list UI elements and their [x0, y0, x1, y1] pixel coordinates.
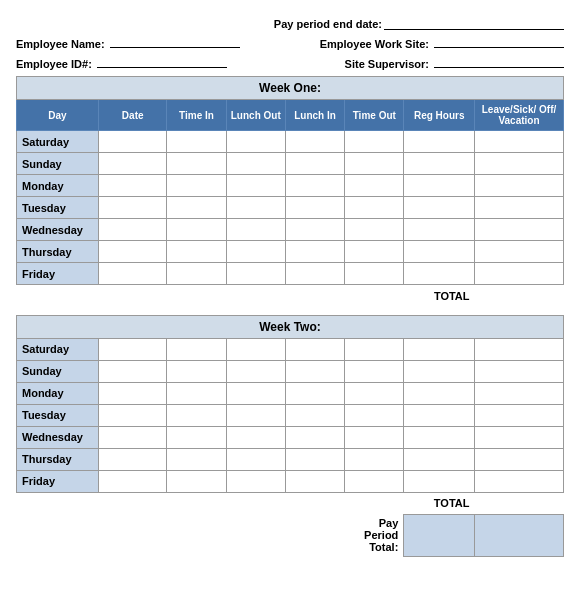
date-friday-w1[interactable]	[99, 263, 167, 285]
reghours-tuesday-w1[interactable]	[404, 197, 475, 219]
date-tuesday-w1[interactable]	[99, 197, 167, 219]
timein-thursday-w1[interactable]	[167, 241, 226, 263]
timein-saturday-w2[interactable]	[167, 338, 226, 360]
timeout-thursday-w2[interactable]	[345, 448, 404, 470]
lunchout-wednesday-w1[interactable]	[226, 219, 285, 241]
lunchout-saturday-w1[interactable]	[226, 131, 285, 153]
date-wednesday-w1[interactable]	[99, 219, 167, 241]
reghours-monday-w2[interactable]	[404, 382, 475, 404]
lunchin-friday-w1[interactable]	[285, 263, 344, 285]
reghours-sunday-w1[interactable]	[404, 153, 475, 175]
date-sunday-w1[interactable]	[99, 153, 167, 175]
lunchin-monday-w1[interactable]	[285, 175, 344, 197]
site-supervisor-input[interactable]	[434, 54, 564, 68]
timein-sunday-w1[interactable]	[167, 153, 226, 175]
week-one-total-value[interactable]	[475, 285, 564, 307]
timein-monday-w1[interactable]	[167, 175, 226, 197]
date-monday-w1[interactable]	[99, 175, 167, 197]
timein-saturday-w1[interactable]	[167, 131, 226, 153]
reghours-wednesday-w2[interactable]	[404, 426, 475, 448]
timeout-saturday-w2[interactable]	[345, 338, 404, 360]
employee-name-input[interactable]	[110, 34, 240, 48]
timein-tuesday-w1[interactable]	[167, 197, 226, 219]
date-friday-w2[interactable]	[99, 470, 167, 492]
reghours-thursday-w2[interactable]	[404, 448, 475, 470]
reghours-friday-w2[interactable]	[404, 470, 475, 492]
timeout-friday-w1[interactable]	[345, 263, 404, 285]
lunchin-tuesday-w2[interactable]	[285, 404, 344, 426]
timeout-tuesday-w2[interactable]	[345, 404, 404, 426]
reghours-saturday-w2[interactable]	[404, 338, 475, 360]
date-saturday-w1[interactable]	[99, 131, 167, 153]
leave-friday-w1[interactable]	[475, 263, 564, 285]
pay-period-total-reghours[interactable]	[404, 514, 475, 556]
lunchout-friday-w1[interactable]	[226, 263, 285, 285]
lunchin-wednesday-w1[interactable]	[285, 219, 344, 241]
date-thursday-w2[interactable]	[99, 448, 167, 470]
lunchin-sunday-w2[interactable]	[285, 360, 344, 382]
reghours-saturday-w1[interactable]	[404, 131, 475, 153]
timein-tuesday-w2[interactable]	[167, 404, 226, 426]
lunchout-saturday-w2[interactable]	[226, 338, 285, 360]
reghours-friday-w1[interactable]	[404, 263, 475, 285]
leave-thursday-w2[interactable]	[474, 448, 563, 470]
reghours-wednesday-w1[interactable]	[404, 219, 475, 241]
timeout-wednesday-w1[interactable]	[345, 219, 404, 241]
timeout-monday-w2[interactable]	[345, 382, 404, 404]
date-tuesday-w2[interactable]	[99, 404, 167, 426]
lunchout-tuesday-w1[interactable]	[226, 197, 285, 219]
lunchin-tuesday-w1[interactable]	[285, 197, 344, 219]
lunchout-tuesday-w2[interactable]	[226, 404, 285, 426]
lunchin-friday-w2[interactable]	[285, 470, 344, 492]
leave-wednesday-w2[interactable]	[474, 426, 563, 448]
lunchout-monday-w1[interactable]	[226, 175, 285, 197]
lunchin-sunday-w1[interactable]	[285, 153, 344, 175]
lunchout-monday-w2[interactable]	[226, 382, 285, 404]
date-thursday-w1[interactable]	[99, 241, 167, 263]
lunchout-thursday-w2[interactable]	[226, 448, 285, 470]
lunchout-thursday-w1[interactable]	[226, 241, 285, 263]
employee-worksite-input[interactable]	[434, 34, 564, 48]
date-saturday-w2[interactable]	[99, 338, 167, 360]
lunchin-wednesday-w2[interactable]	[285, 426, 344, 448]
leave-monday-w1[interactable]	[475, 175, 564, 197]
leave-thursday-w1[interactable]	[475, 241, 564, 263]
date-wednesday-w2[interactable]	[99, 426, 167, 448]
timeout-friday-w2[interactable]	[345, 470, 404, 492]
reghours-thursday-w1[interactable]	[404, 241, 475, 263]
timeout-tuesday-w1[interactable]	[345, 197, 404, 219]
lunchin-monday-w2[interactable]	[285, 382, 344, 404]
timeout-monday-w1[interactable]	[345, 175, 404, 197]
leave-saturday-w2[interactable]	[474, 338, 563, 360]
leave-friday-w2[interactable]	[474, 470, 563, 492]
timeout-saturday-w1[interactable]	[345, 131, 404, 153]
leave-monday-w2[interactable]	[474, 382, 563, 404]
leave-tuesday-w2[interactable]	[474, 404, 563, 426]
reghours-monday-w1[interactable]	[404, 175, 475, 197]
timein-friday-w1[interactable]	[167, 263, 226, 285]
reghours-sunday-w2[interactable]	[404, 360, 475, 382]
date-monday-w2[interactable]	[99, 382, 167, 404]
lunchout-sunday-w2[interactable]	[226, 360, 285, 382]
timein-friday-w2[interactable]	[167, 470, 226, 492]
leave-wednesday-w1[interactable]	[475, 219, 564, 241]
timein-sunday-w2[interactable]	[167, 360, 226, 382]
lunchout-wednesday-w2[interactable]	[226, 426, 285, 448]
timeout-sunday-w1[interactable]	[345, 153, 404, 175]
timeout-sunday-w2[interactable]	[345, 360, 404, 382]
leave-tuesday-w1[interactable]	[475, 197, 564, 219]
lunchin-thursday-w1[interactable]	[285, 241, 344, 263]
employee-id-input[interactable]	[97, 54, 227, 68]
timein-wednesday-w2[interactable]	[167, 426, 226, 448]
timein-thursday-w2[interactable]	[167, 448, 226, 470]
timein-wednesday-w1[interactable]	[167, 219, 226, 241]
lunchin-saturday-w2[interactable]	[285, 338, 344, 360]
lunchout-friday-w2[interactable]	[226, 470, 285, 492]
timein-monday-w2[interactable]	[167, 382, 226, 404]
timeout-wednesday-w2[interactable]	[345, 426, 404, 448]
lunchin-thursday-w2[interactable]	[285, 448, 344, 470]
leave-sunday-w2[interactable]	[474, 360, 563, 382]
leave-sunday-w1[interactable]	[475, 153, 564, 175]
pay-period-total-leave[interactable]	[474, 514, 563, 556]
pay-period-input[interactable]	[384, 16, 564, 30]
